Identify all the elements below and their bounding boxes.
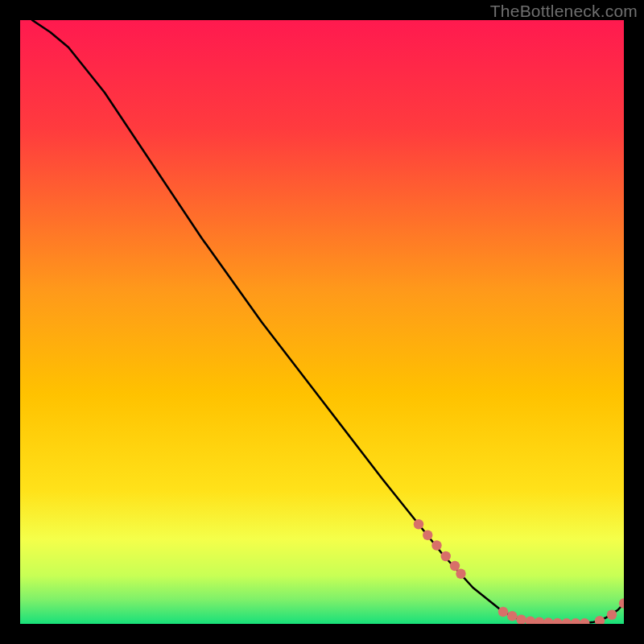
plot-area bbox=[20, 20, 624, 624]
data-marker bbox=[543, 617, 553, 624]
data-marker bbox=[423, 530, 432, 540]
curve-layer bbox=[20, 20, 624, 624]
data-marker bbox=[450, 561, 460, 571]
data-marker bbox=[507, 611, 517, 621]
marker-group bbox=[414, 519, 624, 624]
data-marker bbox=[431, 540, 441, 550]
data-marker bbox=[562, 618, 572, 624]
data-marker bbox=[552, 618, 562, 624]
data-marker bbox=[516, 615, 526, 624]
data-marker bbox=[535, 617, 544, 624]
data-marker bbox=[526, 616, 535, 624]
data-marker bbox=[571, 618, 580, 624]
data-marker bbox=[498, 607, 508, 617]
data-marker bbox=[441, 551, 451, 561]
chart-stage: TheBottleneck.com bbox=[0, 0, 644, 644]
data-marker bbox=[607, 610, 617, 620]
data-marker bbox=[414, 519, 423, 529]
data-marker bbox=[580, 618, 589, 624]
bottleneck-curve bbox=[32, 20, 624, 623]
watermark-text: TheBottleneck.com bbox=[490, 2, 638, 21]
data-marker bbox=[456, 569, 465, 579]
data-marker bbox=[595, 616, 605, 624]
